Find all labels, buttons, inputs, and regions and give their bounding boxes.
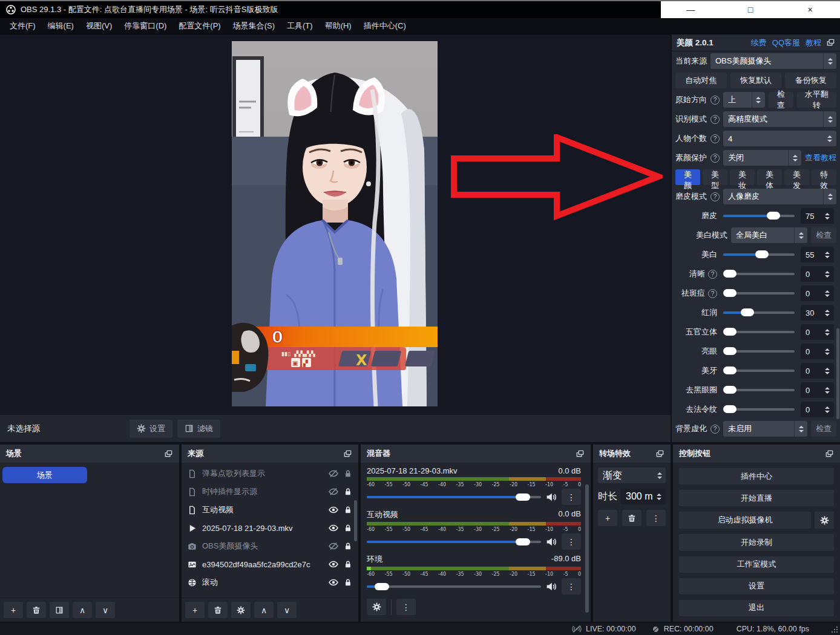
remove-source-button[interactable] [208, 602, 228, 618]
view-tutorial-link[interactable]: 查看教程 [805, 152, 836, 163]
help-icon[interactable]: ? [710, 154, 720, 163]
smooth-mode-dropdown[interactable]: 人像磨皮 [723, 189, 836, 204]
popout-icon[interactable] [164, 449, 173, 458]
horizontal-flip-button[interactable]: 水平翻转 [797, 92, 836, 108]
orientation-check-button[interactable]: 检查 [769, 92, 793, 108]
duration-spinner[interactable]: 300 ms [621, 489, 666, 504]
volume-slider[interactable] [367, 541, 541, 543]
close-button[interactable]: × [796, 5, 824, 15]
menu-tools[interactable]: 工具(T) [281, 18, 319, 34]
whiten-slider[interactable] [723, 253, 795, 256]
help-icon[interactable]: ? [710, 425, 720, 434]
virtual-camera-settings-button[interactable] [815, 512, 834, 529]
lock-icon[interactable] [344, 560, 352, 568]
lock-icon[interactable] [344, 524, 352, 532]
help-icon[interactable]: ? [710, 134, 720, 143]
menu-profile[interactable]: 配置文件(P) [172, 18, 226, 34]
autofocus-button[interactable]: 自动对焦 [675, 73, 727, 88]
speaker-icon[interactable] [546, 492, 557, 503]
transition-dropdown[interactable]: 渐变 [598, 467, 666, 483]
resize-grip[interactable] [831, 626, 838, 633]
makeup-protect-dropdown[interactable]: 关闭 [723, 150, 801, 166]
source-row[interactable]: 时钟插件显示源 [182, 483, 358, 501]
source-row[interactable]: OBS美颜摄像头 [182, 537, 358, 555]
source-row[interactable]: 互动视频 [182, 501, 358, 519]
speaker-icon[interactable] [546, 536, 557, 547]
eye-icon[interactable] [329, 523, 338, 533]
lock-icon[interactable] [344, 487, 352, 496]
studio-mode-button[interactable]: 工作室模式 [679, 556, 834, 573]
scene-move-up-button[interactable]: ∧ [73, 602, 92, 618]
smooth-value-spinbox[interactable]: 75 [801, 208, 834, 224]
beauty-scrollbar[interactable] [836, 328, 839, 419]
whiten-check-button[interactable]: 检查 [811, 227, 836, 243]
teeth-value-spinbox[interactable]: 0 [801, 363, 834, 379]
menu-scene-collection[interactable]: 场景集合(S) [227, 18, 281, 34]
help-icon[interactable]: ? [710, 96, 720, 105]
qq-support-link[interactable]: QQ客服 [772, 37, 800, 48]
sources-scrollbar[interactable] [354, 500, 357, 541]
clarity-value-spinbox[interactable]: 0 [801, 266, 834, 282]
bg-blur-dropdown[interactable]: 未启用 [723, 421, 807, 437]
speaker-icon[interactable] [546, 581, 557, 592]
source-move-up-button[interactable]: ∧ [254, 602, 274, 618]
mixer-scrollbar[interactable] [585, 484, 589, 613]
channel-menu-button[interactable]: ⋮ [562, 578, 581, 594]
face-3d-slider[interactable] [723, 331, 795, 333]
start-streaming-button[interactable]: 开始直播 [679, 490, 834, 506]
eye-off-icon[interactable] [329, 487, 338, 497]
transition-menu-button[interactable]: ⋮ [646, 510, 666, 526]
help-icon[interactable]: ? [708, 270, 717, 279]
start-virtual-camera-button[interactable]: 启动虚拟摄像机 [679, 512, 811, 529]
blemish-value-spinbox[interactable]: 0 [801, 285, 834, 301]
dark-circles-value-spinbox[interactable]: 0 [801, 382, 834, 398]
rosy-slider[interactable] [723, 311, 795, 314]
advanced-audio-button[interactable] [367, 599, 386, 615]
clarity-slider[interactable] [723, 273, 795, 275]
menu-docks[interactable]: 停靠窗口(D) [118, 18, 172, 34]
nasolabial-value-spinbox[interactable]: 0 [801, 402, 834, 417]
lock-icon[interactable] [344, 578, 352, 587]
tab-body[interactable]: 美体 [757, 169, 782, 185]
lock-icon[interactable] [344, 542, 352, 550]
remove-scene-button[interactable] [27, 602, 46, 618]
add-transition-button[interactable]: + [598, 510, 617, 526]
source-row[interactable]: 滚动 [182, 573, 358, 591]
settings-button[interactable]: 设置 [679, 578, 834, 594]
source-row[interactable]: 弹幕点歌列表显示 [182, 464, 358, 483]
menu-edit[interactable]: 编辑(E) [42, 18, 80, 34]
exit-button[interactable]: 退出 [679, 600, 834, 616]
menu-plugin-center[interactable]: 插件中心(C) [358, 18, 412, 34]
remove-transition-button[interactable] [622, 510, 641, 526]
person-count-spinner[interactable]: 4 [723, 131, 836, 146]
plugin-center-button[interactable]: 插件中心 [679, 468, 834, 484]
source-move-down-button[interactable]: ∨ [277, 602, 297, 618]
bright-eyes-value-spinbox[interactable]: 0 [801, 344, 834, 359]
orientation-dropdown[interactable]: 上 [723, 92, 765, 108]
restore-default-button[interactable]: 恢复默认 [730, 73, 782, 88]
lock-icon[interactable] [344, 506, 352, 514]
help-icon[interactable]: ? [710, 115, 720, 124]
rosy-value-spinbox[interactable]: 30 [801, 305, 834, 321]
backup-restore-button[interactable]: 备份恢复 [785, 73, 836, 88]
eye-icon[interactable] [329, 578, 338, 587]
add-scene-button[interactable]: + [4, 602, 23, 618]
whiten-mode-dropdown[interactable]: 全局美白 [731, 227, 807, 243]
add-source-button[interactable]: + [185, 602, 205, 618]
face-3d-value-spinbox[interactable]: 0 [801, 324, 834, 340]
renew-link[interactable]: 续费 [751, 37, 767, 48]
tab-face-shape[interactable]: 美型 [703, 169, 727, 185]
mixer-menu-button[interactable]: ⋮ [396, 599, 416, 615]
source-properties-button[interactable]: 设置 [130, 420, 172, 438]
tutorial-link[interactable]: 教程 [806, 37, 821, 48]
help-icon[interactable]: ? [708, 289, 717, 298]
volume-slider[interactable] [367, 496, 541, 498]
teeth-slider[interactable] [723, 370, 795, 372]
eye-icon[interactable] [329, 505, 338, 515]
popout-icon[interactable] [655, 449, 664, 458]
maximize-button[interactable]: □ [737, 5, 764, 15]
tab-makeup[interactable]: 美妆 [730, 169, 755, 185]
eye-off-icon[interactable] [329, 469, 338, 478]
bright-eyes-slider[interactable] [723, 350, 795, 353]
nasolabial-slider[interactable] [723, 408, 795, 411]
